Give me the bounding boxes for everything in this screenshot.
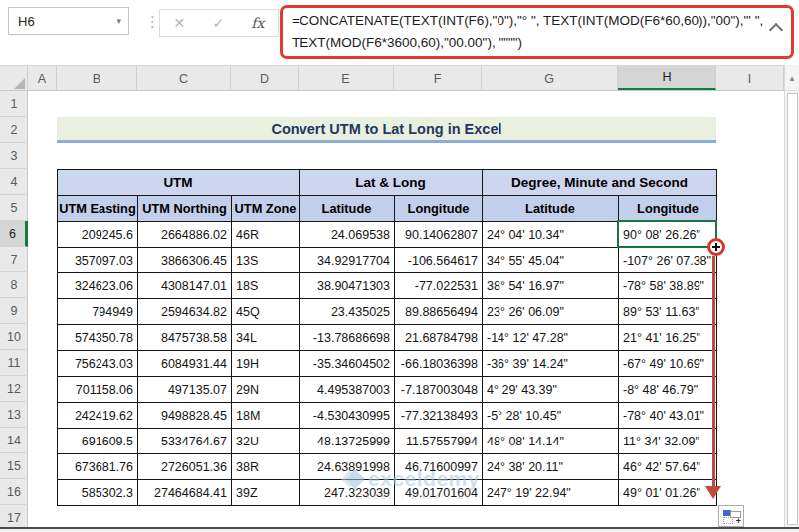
cell-r13-c6[interactable]: -78° 40' 43.01"	[619, 403, 717, 429]
cell-r6-c2[interactable]: 46R	[232, 222, 300, 248]
cell-r16-c1[interactable]: 27464684.41	[138, 480, 232, 506]
chevron-up-icon[interactable]	[769, 23, 783, 37]
cell-r14-c6[interactable]: 11° 34' 32.09"	[619, 429, 717, 454]
cell-r10-c6[interactable]: 21° 41' 16.25"	[619, 325, 717, 351]
cell-r12-c2[interactable]: 29N	[232, 377, 300, 403]
cell-r14-c5[interactable]: 48° 08' 14.14"	[483, 429, 619, 454]
cell-r15-c1[interactable]: 2726051.36	[138, 454, 232, 480]
cell-r6-c3[interactable]: 24.069538	[300, 222, 395, 248]
row-header-13[interactable]: 13	[0, 402, 28, 428]
cell-r16-c0[interactable]: 585302.3	[58, 480, 138, 506]
cell-r8-c0[interactable]: 324623.06	[58, 273, 138, 299]
cell-r13-c0[interactable]: 242419.62	[58, 403, 138, 429]
header-utm-northing[interactable]: UTM Northing	[138, 196, 232, 222]
column-header-B[interactable]: B	[57, 66, 137, 90]
cell-r10-c0[interactable]: 574350.78	[58, 325, 138, 351]
cell-r11-c5[interactable]: -36° 39' 14.24"	[483, 351, 619, 377]
cell-r6-c0[interactable]: 209245.6	[58, 222, 138, 248]
cell-r7-c2[interactable]: 13S	[232, 248, 300, 273]
cell-r9-c3[interactable]: 23.435025	[300, 299, 395, 325]
row-header-12[interactable]: 12	[0, 376, 28, 402]
row-header-14[interactable]: 14	[0, 428, 28, 453]
row-header-8[interactable]: 8	[0, 272, 28, 298]
column-header-C[interactable]: C	[137, 66, 231, 90]
header-dms-latitude[interactable]: Latitude	[483, 196, 619, 222]
cell-r8-c2[interactable]: 18S	[232, 273, 300, 299]
column-header-I[interactable]: I	[716, 66, 784, 90]
cell-r11-c2[interactable]: 19H	[232, 351, 300, 377]
row-header-6[interactable]: 6	[0, 221, 28, 247]
cell-r7-c6[interactable]: -107° 26' 07.38"	[619, 248, 717, 273]
formula-bar[interactable]: =CONCATENATE(TEXT(INT(F6),"0"),"° ", TEX…	[280, 5, 794, 59]
group-header-latlong[interactable]: Lat & Long	[300, 170, 483, 196]
column-header-F[interactable]: F	[394, 66, 482, 90]
cell-r11-c0[interactable]: 756243.03	[58, 351, 138, 377]
cell-r13-c5[interactable]: -5° 28' 10.45"	[483, 403, 619, 429]
cell-r9-c2[interactable]: 45Q	[232, 299, 300, 325]
cell-r6-c5[interactable]: 24° 04' 10.34"	[483, 222, 619, 248]
cell-r7-c0[interactable]: 357097.03	[58, 248, 138, 273]
cell-r10-c3[interactable]: -13.78686698	[300, 325, 395, 351]
row-header-15[interactable]: 15	[0, 453, 28, 479]
header-dms-longitude[interactable]: Longitude	[619, 196, 717, 222]
cell-r14-c2[interactable]: 32U	[232, 429, 300, 454]
cell-r8-c5[interactable]: 38° 54' 16.97"	[483, 273, 619, 299]
cell-r9-c0[interactable]: 794949	[58, 299, 138, 325]
cell-r10-c4[interactable]: 21.68784798	[395, 325, 483, 351]
cell-r11-c3[interactable]: -35.34604502	[300, 351, 395, 377]
fill-handle-cursor-icon[interactable]	[707, 238, 725, 256]
column-header-A[interactable]: A	[28, 66, 57, 90]
column-header-G[interactable]: G	[482, 66, 618, 90]
cell-r15-c6[interactable]: 46° 42' 57.64"	[619, 454, 717, 480]
cell-r9-c1[interactable]: 2594634.82	[138, 299, 232, 325]
cell-r8-c6[interactable]: -78° 58' 38.89"	[619, 273, 717, 299]
cell-r14-c4[interactable]: 11.57557994	[395, 429, 483, 454]
autofill-options-button[interactable]: +	[718, 505, 744, 527]
cell-r14-c0[interactable]: 691609.5	[58, 429, 138, 454]
cell-r13-c2[interactable]: 18M	[232, 403, 300, 429]
row-header-11[interactable]: 11	[0, 350, 28, 376]
name-box-dropdown-icon[interactable]: ▾	[116, 16, 121, 26]
cell-r9-c5[interactable]: 23° 26' 06.09"	[483, 299, 619, 325]
cell-r12-c1[interactable]: 497135.07	[138, 377, 232, 403]
vertical-scrollbar[interactable]: ▲	[784, 65, 799, 530]
cell-r12-c6[interactable]: -8° 48' 46.79"	[619, 377, 717, 403]
scroll-up-icon[interactable]: ▲	[785, 65, 799, 91]
cell-r13-c1[interactable]: 9498828.45	[138, 403, 232, 429]
cell-r7-c4[interactable]: -106.564617	[395, 248, 483, 273]
enter-icon[interactable]: ✓	[212, 15, 224, 31]
header-utm-zone[interactable]: UTM Zone	[232, 196, 300, 222]
row-header-7[interactable]: 7	[0, 247, 28, 272]
cell-r12-c3[interactable]: 4.495387003	[300, 377, 395, 403]
title-cell[interactable]: Convert UTM to Lat Long in Excel	[57, 117, 716, 143]
group-header-dms[interactable]: Degree, Minute and Second	[483, 170, 717, 196]
row-header-2[interactable]: 2	[0, 117, 28, 143]
row-header-9[interactable]: 9	[0, 298, 28, 324]
row-header-3[interactable]: 3	[0, 143, 28, 169]
cell-r16-c6[interactable]: 49° 01' 01.26"	[619, 480, 717, 506]
cell-r9-c6[interactable]: 89° 53' 11.63"	[619, 299, 717, 325]
header-longitude[interactable]: Longitude	[395, 196, 483, 222]
select-all-corner[interactable]	[0, 66, 28, 90]
cell-r12-c4[interactable]: -7.187003048	[395, 377, 483, 403]
cell-r15-c5[interactable]: 24° 38' 20.11"	[483, 454, 619, 480]
cell-r10-c5[interactable]: -14° 12' 47.28"	[483, 325, 619, 351]
header-latitude[interactable]: Latitude	[300, 196, 395, 222]
cell-r14-c1[interactable]: 5334764.67	[138, 429, 232, 454]
insert-function-icon[interactable]: fx	[251, 15, 264, 31]
cell-r12-c0[interactable]: 701158.06	[58, 377, 138, 403]
cell-r10-c2[interactable]: 34L	[232, 325, 300, 351]
cell-r7-c5[interactable]: 34° 55' 45.04"	[483, 248, 619, 273]
cell-r11-c1[interactable]: 6084931.44	[138, 351, 232, 377]
cell-r14-c3[interactable]: 48.13725999	[300, 429, 395, 454]
cell-r6-c1[interactable]: 2664886.02	[138, 222, 232, 248]
cell-r9-c4[interactable]: 89.88656494	[395, 299, 483, 325]
header-utm-easting[interactable]: UTM Easting	[58, 196, 138, 222]
row-header-4[interactable]: 4	[0, 169, 28, 195]
cell-r6-c4[interactable]: 90.14062807	[395, 222, 483, 248]
cell-r16-c2[interactable]: 39Z	[232, 480, 300, 506]
cell-r11-c4[interactable]: -66.18036398	[395, 351, 483, 377]
cell-r8-c3[interactable]: 38.90471303	[300, 273, 395, 299]
cell-r16-c5[interactable]: 247° 19' 22.94"	[483, 480, 619, 506]
scrollbar-thumb[interactable]	[787, 93, 798, 525]
